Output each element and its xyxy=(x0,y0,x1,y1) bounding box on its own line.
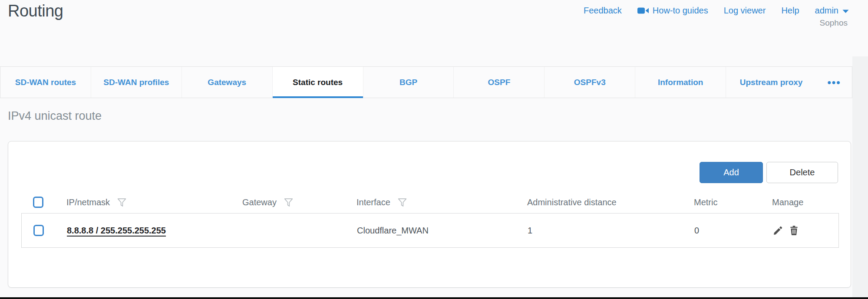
chevron-down-icon xyxy=(842,8,849,13)
how-to-guides-link[interactable]: How-to guides xyxy=(637,6,708,16)
tab-overflow-menu[interactable]: ••• xyxy=(816,67,852,98)
ip-netmask-cell: 8.8.8.8 / 255.255.255.255 xyxy=(67,226,243,236)
funnel-icon[interactable] xyxy=(283,197,294,208)
section-heading: IPv4 unicast route xyxy=(8,109,102,123)
log-viewer-link[interactable]: Log viewer xyxy=(724,6,766,16)
column-header-manage: Manage xyxy=(772,197,839,207)
tab-upstream-proxy[interactable]: Upstream proxy xyxy=(726,67,816,98)
admin-menu[interactable]: admin xyxy=(815,6,849,16)
brand-label: Sophos xyxy=(820,18,848,28)
help-label: Help xyxy=(781,6,799,16)
header-nav: Feedback How-to guides Log viewer Help a… xyxy=(584,6,849,16)
log-viewer-label: Log viewer xyxy=(724,6,766,16)
administrative-distance-cell: 1 xyxy=(528,226,694,236)
tab-ospf[interactable]: OSPF xyxy=(453,67,544,98)
tab-information[interactable]: Information xyxy=(635,67,726,98)
table-row: 8.8.8.8 / 255.255.255.255 Cloudflare_MWA… xyxy=(21,213,839,248)
toolbar: Add Delete xyxy=(700,162,838,183)
column-header-metric: Metric xyxy=(694,197,772,207)
table-header: IP/netmask Gateway Interface Administrat… xyxy=(21,190,839,214)
page-title: Routing xyxy=(8,2,63,20)
tab-label: Upstream proxy xyxy=(740,78,803,87)
metric-cell: 0 xyxy=(694,226,772,236)
how-to-guides-label: How-to guides xyxy=(653,6,708,16)
route-link[interactable]: 8.8.8.8 / 255.255.255.255 xyxy=(67,226,166,235)
column-label: Interface xyxy=(356,197,390,207)
funnel-icon[interactable] xyxy=(116,197,127,208)
admin-menu-label: admin xyxy=(815,6,838,16)
tab-label: SD-WAN routes xyxy=(15,78,76,87)
help-link[interactable]: Help xyxy=(781,6,799,16)
feedback-link-label: Feedback xyxy=(584,6,622,16)
column-label: Manage xyxy=(772,197,803,207)
column-label: IP/netmask xyxy=(66,197,110,207)
column-label: Metric xyxy=(694,197,717,207)
tab-label: SD-WAN profiles xyxy=(103,78,169,87)
interface-cell: Cloudflare_MWAN xyxy=(357,226,528,236)
tab-ospfv3[interactable]: OSPFv3 xyxy=(544,67,635,98)
video-camera-icon xyxy=(637,7,649,14)
trash-icon[interactable] xyxy=(789,225,799,236)
tab-label: Information xyxy=(658,78,703,87)
tab-static-routes[interactable]: Static routes xyxy=(272,67,363,98)
right-gutter xyxy=(852,56,868,299)
header-checkbox-cell xyxy=(21,197,66,208)
tab-bgp[interactable]: BGP xyxy=(363,67,454,98)
row-checkbox[interactable] xyxy=(33,225,44,236)
tab-sd-wan-profiles[interactable]: SD-WAN profiles xyxy=(91,67,182,98)
routes-panel: Add Delete IP/netmask Gateway Interface … xyxy=(8,141,851,288)
tab-sd-wan-routes[interactable]: SD-WAN routes xyxy=(0,67,91,98)
tab-label: Static routes xyxy=(293,78,343,87)
tab-label: OSPFv3 xyxy=(574,78,606,87)
column-header-administrative-distance: Administrative distance xyxy=(527,197,694,207)
manage-cell xyxy=(772,225,838,236)
select-all-checkbox[interactable] xyxy=(33,197,43,208)
pencil-icon[interactable] xyxy=(772,225,783,236)
tab-bar: SD-WAN routes SD-WAN profiles Gateways S… xyxy=(0,66,852,98)
column-label: Administrative distance xyxy=(527,197,617,207)
tab-label: Gateways xyxy=(208,78,246,87)
column-header-interface: Interface xyxy=(356,197,527,208)
tab-gateways[interactable]: Gateways xyxy=(182,67,272,98)
column-header-gateway: Gateway xyxy=(242,197,356,208)
delete-button[interactable]: Delete xyxy=(766,162,838,183)
add-button[interactable]: Add xyxy=(700,162,763,183)
column-label: Gateway xyxy=(242,197,277,207)
funnel-icon[interactable] xyxy=(397,197,408,208)
feedback-link[interactable]: Feedback xyxy=(584,6,622,16)
screen-bottom-edge xyxy=(0,297,868,299)
tab-label: OSPF xyxy=(488,78,511,87)
ellipsis-icon: ••• xyxy=(827,76,841,89)
column-header-ip-netmask: IP/netmask xyxy=(66,197,242,208)
tab-label: BGP xyxy=(399,78,417,87)
row-checkbox-cell xyxy=(22,225,67,236)
